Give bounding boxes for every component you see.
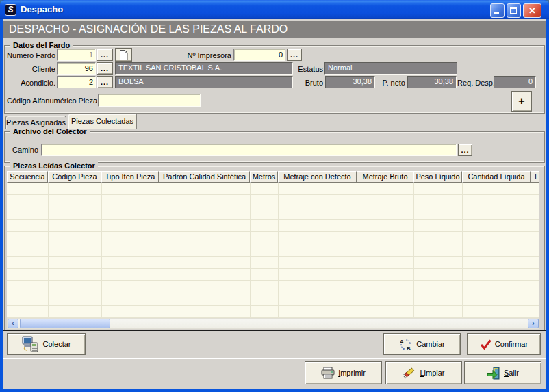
acondicio-label: Acondicio. [4,79,55,87]
req-desp-field: 0 [494,76,536,88]
column-header-tipo-iten[interactable]: Tipo Iten Pieza [101,171,159,183]
cliente-name-field: TEXTIL SAN CRISTOBAL S.A. [115,62,293,75]
column-header-metros[interactable]: Metros [250,171,278,183]
numero-fardo-browse-button[interactable]: ... [97,49,113,61]
svg-text:A: A [400,339,404,345]
camino-browse-button[interactable]: ... [458,144,472,156]
column-header-metraje-bruto[interactable]: Metraje Bruto [357,171,413,183]
impresora-label: Nº Impresora [177,51,231,60]
cliente-field[interactable] [57,62,96,75]
separator-groove [3,358,546,359]
estatus-label: Estatus [296,65,323,73]
client-area: DESPACHO - ASIGNACIÓN DE LAS PIEZAS AL F… [3,19,546,389]
close-button[interactable]: ✕ [523,3,541,18]
scroll-left-button[interactable]: ‹ [8,319,18,328]
grid-column-line [250,183,251,318]
confirmar-label: Confirmar [495,340,528,348]
eraser-pencil-icon [403,367,416,379]
estatus-field: Normal [324,62,457,75]
grid-column-line [48,183,49,318]
imprimir-button[interactable]: Imprimir [305,361,382,384]
bruto-field: 30,38 [325,76,375,88]
grid-header-row: Secuencia Código Pieza Tipo Iten Pieza P… [7,171,539,183]
column-header-cantidad-liquida[interactable]: Cantidad Líquida [462,171,531,183]
camino-field[interactable] [41,144,457,156]
acondicio-field[interactable] [57,76,96,88]
collector-device-icon [22,336,40,352]
colectar-button[interactable]: Colectar [7,333,86,355]
exit-door-icon [487,367,500,380]
horizontal-scrollbar[interactable]: ‹ › [7,318,539,329]
tab-piezas-colectadas[interactable]: Piezas Colectadas [68,113,137,129]
limpiar-label: Limpiar [420,369,444,377]
minimize-icon [494,12,499,14]
grid-column-line [278,183,279,318]
grid-column-line [357,183,357,318]
colectar-label: Colectar [43,340,71,348]
app-icon: S [5,4,16,16]
title-bar[interactable]: S Despacho ✕ [0,0,549,19]
cambiar-label: Cambiar [416,340,445,348]
grid-column-line [413,183,414,318]
svg-text:B: B [407,345,411,351]
salir-button[interactable]: Salir [464,361,541,384]
column-header-clipped[interactable]: T [531,171,539,183]
chevron-right-icon: › [532,319,534,327]
codigo-alfanumerico-label: Código Alfanumérico Pieza [7,96,97,105]
impresora-browse-button[interactable]: ... [287,49,302,61]
scroll-right-button[interactable]: › [528,319,539,328]
swap-a-b-icon: A B [399,337,413,351]
new-document-icon [119,50,128,60]
maximize-button[interactable] [507,3,521,18]
imprimir-label: Imprimir [338,369,366,377]
p-neto-field: 30,38 [407,76,457,88]
despacho-window: S Despacho ✕ DESPACHO - ASIGNACIÓN DE LA… [0,0,549,392]
bruto-label: Bruto [300,79,323,87]
grid-column-line [101,183,102,318]
page-title: DESPACHO - ASIGNACIÓN DE LAS PIEZAS AL F… [3,21,546,38]
window-title: Despacho [21,4,63,14]
column-header-metraje-defecto[interactable]: Metraje con Defecto [278,171,357,183]
new-document-button[interactable] [115,48,132,62]
req-desp-label: Req. Desp. [457,79,494,87]
camino-label: Camino [10,146,38,154]
add-button[interactable]: + [511,91,532,112]
checkmark-icon [480,339,491,350]
close-icon: ✕ [528,5,536,16]
plus-icon: + [518,95,524,107]
column-header-peso-liquido[interactable]: Peso Líquido [413,171,462,183]
printer-icon [321,367,335,379]
piezas-leidas-legend: Piezas Leídas Colector [10,161,98,170]
p-neto-label: P. neto [379,79,405,87]
column-header-codigo-pieza[interactable]: Código Pieza [48,171,101,183]
maximize-icon [510,7,517,14]
cliente-browse-button[interactable]: ... [97,62,113,75]
acondicio-name-field: BOLSA [115,76,293,88]
minimize-button[interactable] [490,3,505,18]
salir-label: Salir [504,369,519,377]
acondicio-browse-button[interactable]: ... [97,76,113,88]
numero-fardo-label: Numero Fardo [4,51,55,60]
scrollbar-thumb[interactable] [20,319,110,328]
separator-line [3,330,546,331]
cambiar-button[interactable]: A B Cambiar [383,333,461,355]
grid-body[interactable] [7,183,539,318]
confirmar-button[interactable]: Confirmar [467,333,541,355]
numero-fardo-field[interactable] [57,49,96,61]
grid-column-line [159,183,159,318]
chevron-left-icon: ‹ [12,319,14,327]
column-header-secuencia[interactable]: Secuencia [7,171,48,183]
impresora-field[interactable] [233,49,285,61]
grid-column-line [531,183,531,318]
grid-column-line [462,183,463,318]
column-header-padron-calidad[interactable]: Padrón Calidad Sintética [159,171,250,183]
limpiar-button[interactable]: Limpiar [385,361,462,384]
cliente-label: Cliente [4,65,55,73]
codigo-alfanumerico-field[interactable] [98,94,201,107]
